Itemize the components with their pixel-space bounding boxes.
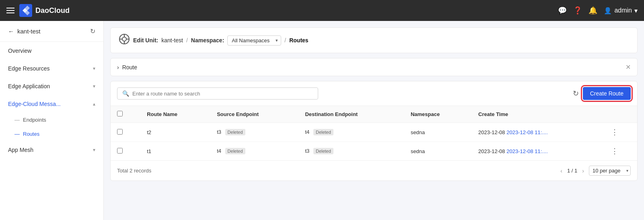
edge-resources-chevron-icon: ▾ bbox=[93, 66, 95, 71]
endpoints-dash-icon: — bbox=[14, 117, 20, 123]
table-footer: Total 2 records ‹ 1 / 1 › 10 per page 20… bbox=[111, 160, 637, 181]
edge-cloud-chevron-icon: ▴ bbox=[93, 101, 95, 107]
row1-namespace: sedna bbox=[404, 123, 472, 142]
sidebar-item-app-mesh[interactable]: App Mesh ▾ bbox=[0, 141, 103, 159]
user-chevron-icon: ▾ bbox=[634, 7, 638, 15]
total-records-label: Total 2 records bbox=[117, 168, 151, 174]
row2-actions-cell: ⋮ bbox=[605, 142, 637, 161]
row1-dest-status: Deleted bbox=[313, 129, 333, 135]
select-all-checkbox[interactable] bbox=[117, 111, 123, 116]
row1-dest-endpoint: t4 Deleted bbox=[298, 123, 404, 142]
page-sep: / bbox=[572, 168, 574, 174]
routes-dash-icon: — bbox=[14, 131, 20, 137]
col-route-name: Route Name bbox=[140, 106, 210, 123]
row1-checkbox-cell bbox=[111, 123, 140, 142]
namespace-select-wrapper: All Namespaces ▾ bbox=[227, 35, 281, 46]
row2-checkbox[interactable] bbox=[117, 148, 123, 154]
app-header: DaoCloud 💬 ❓ 🔔 👤 admin ▾ bbox=[0, 0, 644, 21]
page-current: 1 bbox=[567, 168, 570, 174]
route-chevron-icon: › bbox=[117, 64, 119, 71]
prev-page-button[interactable]: ‹ bbox=[559, 168, 564, 174]
namespace-select[interactable]: All Namespaces bbox=[227, 35, 281, 46]
row2-create-time: 2023-12-08 2023-12-08 11:.... bbox=[472, 142, 605, 161]
col-dest-endpoint: Destination Endpoint bbox=[298, 106, 404, 123]
bc-sep-2: / bbox=[284, 37, 286, 44]
sidebar-refresh-icon[interactable]: ↻ bbox=[90, 27, 95, 35]
sidebar-endpoints-label: Endpoints bbox=[23, 117, 46, 123]
refresh-button[interactable]: ↻ bbox=[573, 89, 579, 98]
row1-route-name: t2 bbox=[140, 123, 210, 142]
sidebar-item-edge-application[interactable]: Edge Application ▾ bbox=[0, 77, 103, 95]
menu-icon[interactable] bbox=[6, 8, 14, 13]
row2-source-status: Deleted bbox=[225, 148, 245, 154]
main-layout: ← kant-test ↻ Overview Edge Resources ▾ … bbox=[0, 21, 644, 220]
routes-table-section: 🔍 ↻ Create Route Route Name Source bbox=[110, 81, 638, 181]
logo: DaoCloud bbox=[19, 4, 70, 17]
sidebar-item-overview[interactable]: Overview bbox=[0, 42, 103, 60]
pagination: ‹ 1 / 1 › 10 per page 20 per page 50 per… bbox=[559, 166, 631, 176]
chat-icon[interactable]: 💬 bbox=[558, 6, 567, 15]
col-checkbox bbox=[111, 106, 140, 123]
help-icon[interactable]: ❓ bbox=[573, 6, 582, 15]
row2-more-button[interactable]: ⋮ bbox=[611, 147, 618, 156]
edge-application-chevron-icon: ▾ bbox=[93, 83, 95, 89]
row2-checkbox-cell bbox=[111, 142, 140, 161]
col-source-endpoint: Source Endpoint bbox=[210, 106, 298, 123]
sidebar-item-edge-resources[interactable]: Edge Resources ▾ bbox=[0, 60, 103, 77]
routes-table: Route Name Source Endpoint Destination E… bbox=[111, 106, 637, 160]
username-label: admin bbox=[614, 7, 632, 14]
route-section: › Route ✕ bbox=[110, 58, 638, 76]
breadcrumb-icon bbox=[119, 33, 130, 47]
page-total: 1 bbox=[574, 168, 577, 174]
col-namespace: Namespace bbox=[404, 106, 472, 123]
app-mesh-chevron-icon: ▾ bbox=[93, 147, 95, 153]
sidebar-header: ← kant-test ↻ bbox=[0, 21, 103, 42]
col-actions bbox=[605, 106, 637, 123]
row1-checkbox[interactable] bbox=[117, 129, 123, 135]
main-content: Edit Unit: kant-test / Namespace: All Na… bbox=[104, 21, 644, 220]
sidebar-sub-item-routes[interactable]: — Routes bbox=[0, 127, 103, 141]
search-input[interactable] bbox=[132, 91, 313, 97]
row1-more-button[interactable]: ⋮ bbox=[611, 128, 618, 137]
create-route-button[interactable]: Create Route bbox=[583, 87, 631, 100]
row2-dest-endpoint: t3 Deleted bbox=[298, 142, 404, 161]
user-avatar-icon: 👤 bbox=[604, 7, 612, 15]
sidebar-back-button[interactable]: ← kant-test bbox=[8, 28, 41, 35]
search-box: 🔍 bbox=[117, 87, 318, 100]
logo-text: DaoCloud bbox=[35, 6, 70, 15]
notification-icon[interactable]: 🔔 bbox=[588, 6, 597, 15]
svg-point-2 bbox=[122, 37, 126, 41]
row2-route-name: t1 bbox=[140, 142, 210, 161]
table-toolbar: 🔍 ↻ Create Route bbox=[111, 81, 637, 106]
sidebar-edge-application-label: Edge Application bbox=[8, 83, 50, 89]
table-row: t1 t4 Deleted t3 Deleted sedna 2023-12-0… bbox=[111, 142, 637, 161]
header-right: 💬 ❓ 🔔 👤 admin ▾ bbox=[558, 6, 638, 15]
table-header-row: Route Name Source Endpoint Destination E… bbox=[111, 106, 637, 123]
header-left: DaoCloud bbox=[6, 4, 70, 17]
search-icon: 🔍 bbox=[122, 90, 129, 97]
unit-value: kant-test bbox=[161, 37, 183, 44]
row1-time-value: 2023-12-08 11:.... bbox=[506, 129, 548, 135]
per-page-wrapper: 10 per page 20 per page 50 per page ▾ bbox=[589, 166, 631, 176]
row1-create-time: 2023-12-08 2023-12-08 11:.... bbox=[472, 123, 605, 142]
per-page-select[interactable]: 10 per page 20 per page 50 per page bbox=[589, 166, 631, 176]
routes-breadcrumb-label: Routes bbox=[289, 37, 308, 44]
sidebar-overview-label: Overview bbox=[8, 48, 31, 54]
next-page-button[interactable]: › bbox=[580, 168, 586, 174]
row2-time-value: 2023-12-08 11:.... bbox=[506, 148, 548, 154]
sidebar-sub-item-endpoints[interactable]: — Endpoints bbox=[0, 113, 103, 127]
user-menu[interactable]: 👤 admin ▾ bbox=[604, 7, 638, 15]
namespace-label: Namespace: bbox=[191, 37, 224, 44]
route-close-icon[interactable]: ✕ bbox=[625, 63, 631, 71]
sidebar-routes-label: Routes bbox=[23, 131, 39, 137]
breadcrumb: Edit Unit: kant-test / Namespace: All Na… bbox=[110, 27, 638, 53]
back-arrow-icon: ← bbox=[8, 28, 14, 35]
sidebar-item-edge-cloud-messaging[interactable]: Edge-Cloud Messa... ▴ bbox=[0, 95, 103, 113]
sidebar-app-mesh-label: App Mesh bbox=[8, 147, 33, 153]
row1-actions-cell: ⋮ bbox=[605, 123, 637, 142]
row2-dest-status: Deleted bbox=[313, 148, 333, 154]
page-info: 1 / 1 bbox=[567, 168, 577, 174]
route-collapse-button[interactable]: › Route bbox=[117, 64, 137, 71]
sidebar-edge-cloud-label: Edge-Cloud Messa... bbox=[8, 101, 61, 107]
bc-sep-1: / bbox=[186, 37, 188, 44]
